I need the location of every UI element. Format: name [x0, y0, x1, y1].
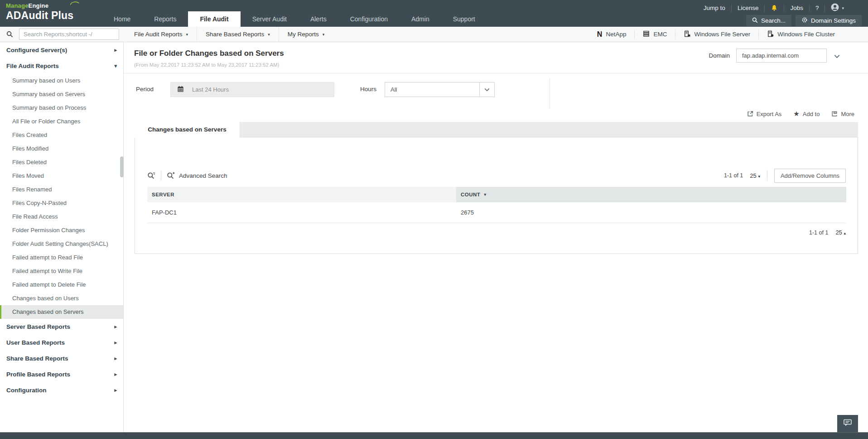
- netapp-link[interactable]: N NetApp: [589, 30, 635, 39]
- sidebar-item-files-copy-n-pasted[interactable]: Files Copy-N-Pasted: [0, 196, 123, 210]
- sidebar-item-failed-attempt-to-write-file[interactable]: Failed attempt to Write File: [0, 264, 123, 278]
- help-link[interactable]: ?: [810, 5, 825, 12]
- sidebar-item-configured-servers[interactable]: Configured Server(s) ▸: [0, 42, 123, 58]
- sidebar-item-label: Configured Server(s): [6, 47, 67, 54]
- menu-share-based-reports[interactable]: Share Based Reports ▾: [197, 27, 279, 42]
- period-label: Period: [136, 86, 154, 93]
- domain-settings-button[interactable]: Domain Settings: [796, 15, 862, 26]
- page-size-select[interactable]: 25 ▴: [835, 229, 846, 236]
- nav-tab-reports[interactable]: Reports: [142, 11, 188, 27]
- column-search-icon[interactable]: [147, 171, 155, 181]
- sidebar-item-changes-based-on-users[interactable]: Changes based on Users: [0, 292, 123, 305]
- search-reports-input[interactable]: [19, 29, 119, 40]
- sidebar-item-files-modified[interactable]: Files Modified: [0, 142, 123, 156]
- sidebar-item-summary-based-on-process[interactable]: Summary based on Process: [0, 101, 123, 115]
- nav-tab-alerts[interactable]: Alerts: [299, 11, 338, 27]
- domain-settings-label: Domain Settings: [811, 17, 856, 24]
- domain-chevron-down-icon[interactable]: [834, 51, 840, 60]
- sidebar-item-files-moved[interactable]: Files Moved: [0, 169, 123, 183]
- sidebar-item-folder-audit-setting-changes[interactable]: Folder Audit Setting Changes(SACL): [0, 237, 123, 251]
- export-as-button[interactable]: Export As: [747, 110, 782, 118]
- sidebar-item-files-created[interactable]: Files Created: [0, 128, 123, 142]
- search-reports-icon: [0, 29, 19, 39]
- windows-file-cluster-link[interactable]: Windows File Cluster: [758, 30, 843, 39]
- global-search-button[interactable]: Search...: [746, 15, 791, 26]
- period-field[interactable]: Last 24 Hours: [170, 82, 334, 97]
- filter-divider: [550, 78, 550, 109]
- export-icon: [747, 110, 753, 118]
- brand-part-engine: Engine: [29, 2, 49, 9]
- jump-to-link[interactable]: Jump to: [698, 5, 732, 12]
- sidebar-item-changes-based-on-servers[interactable]: Changes based on Servers: [0, 305, 123, 319]
- chevron-up-icon: ▴: [844, 231, 846, 235]
- page-size-select[interactable]: 25 ▾: [750, 172, 760, 179]
- domain-label: Domain: [709, 52, 730, 59]
- domain-select[interactable]: fap.adap.internal.com: [736, 49, 827, 63]
- sidebar-item-failed-attempt-to-read-file[interactable]: Failed attempt to Read File: [0, 251, 123, 264]
- sidebar-item-folder-permission-changes[interactable]: Folder Permission Changes: [0, 224, 123, 237]
- add-to-button[interactable]: ★ Add to: [793, 110, 820, 118]
- advanced-search-icon[interactable]: [167, 171, 175, 181]
- chevron-down-icon: ▾: [268, 32, 270, 37]
- sidebar-item-label: File Audit Reports: [6, 63, 59, 69]
- nav-tab-home[interactable]: Home: [102, 11, 142, 27]
- sidebar-item-label: Share Based Reports: [6, 355, 68, 362]
- nav-tab-support[interactable]: Support: [441, 11, 487, 27]
- sidebar-item-failed-attempt-to-delete-file[interactable]: Failed attempt to Delete File: [0, 278, 123, 292]
- notification-bell-icon[interactable]: [765, 5, 784, 12]
- add-to-label: Add to: [803, 111, 820, 117]
- export-as-label: Export As: [757, 111, 782, 117]
- menu-file-audit-reports[interactable]: File Audit Reports ▾: [125, 27, 197, 42]
- bottom-bar: [0, 432, 868, 439]
- menu-my-reports[interactable]: My Reports ▾: [279, 27, 333, 42]
- sidebar-collapse-handle[interactable]: [120, 156, 124, 177]
- windows-file-server-link[interactable]: Windows File Server: [675, 30, 758, 39]
- sidebar-item-files-renamed[interactable]: Files Renamed: [0, 183, 123, 196]
- sidebar-item-share-based-reports[interactable]: Share Based Reports ▸: [0, 351, 123, 366]
- chevron-down-icon: ▾: [323, 32, 325, 37]
- jobs-link[interactable]: Jobs: [784, 5, 810, 12]
- hours-value: All: [385, 86, 479, 93]
- toolbar-menus: File Audit Reports ▾ Share Based Reports…: [125, 27, 333, 42]
- pagination-range: 1-1 of 1: [724, 172, 743, 179]
- add-remove-columns-button[interactable]: Add/Remove Columns: [774, 169, 846, 183]
- user-menu[interactable]: ▾: [825, 5, 850, 12]
- server-type-label: NetApp: [606, 31, 626, 38]
- reports-toolbar: File Audit Reports ▾ Share Based Reports…: [0, 27, 868, 42]
- domain-value: fap.adap.internal.com: [742, 52, 799, 59]
- table-header-row: SERVER COUNT ▾: [147, 187, 846, 202]
- feedback-chat-button[interactable]: [837, 415, 858, 432]
- search-icon: [752, 17, 758, 24]
- page-title: File or Folder Changes based on Servers: [134, 49, 284, 58]
- nav-tab-admin[interactable]: Admin: [400, 11, 441, 27]
- nav-tab-configuration[interactable]: Configuration: [338, 11, 400, 27]
- sidebar-item-configuration[interactable]: Configuration ▸: [0, 382, 123, 398]
- result-panel: Advanced Search 1-1 of 1 25 ▾ Add/Remove…: [135, 137, 858, 254]
- advanced-search-link[interactable]: Advanced Search: [179, 172, 227, 179]
- reports-sidebar: Configured Server(s) ▸ File Audit Report…: [0, 42, 124, 432]
- sidebar-item-file-audit-reports[interactable]: File Audit Reports ▾: [0, 58, 123, 74]
- cell-count: 2675: [456, 209, 846, 216]
- sidebar-item-user-based-reports[interactable]: User Based Reports ▸: [0, 335, 123, 351]
- sidebar-item-files-deleted[interactable]: Files Deleted: [0, 156, 123, 169]
- sidebar-item-all-file-or-folder-changes[interactable]: All File or Folder Changes: [0, 115, 123, 128]
- tab-changes-based-on-servers[interactable]: Changes based on Servers: [135, 122, 240, 137]
- sidebar-item-profile-based-reports[interactable]: Profile Based Reports ▸: [0, 366, 123, 382]
- sidebar-item-file-read-access[interactable]: File Read Access: [0, 210, 123, 224]
- nav-tab-server-audit[interactable]: Server Audit: [241, 11, 299, 27]
- column-header-server[interactable]: SERVER: [147, 187, 456, 202]
- table-row[interactable]: FAP-DC1 2675: [147, 202, 846, 223]
- more-button[interactable]: More: [831, 110, 854, 118]
- hours-select[interactable]: All: [385, 82, 495, 97]
- column-header-count[interactable]: COUNT ▾: [456, 187, 846, 202]
- emc-link[interactable]: EMC: [634, 30, 675, 39]
- license-link[interactable]: License: [732, 5, 765, 12]
- sidebar-item-summary-based-on-users[interactable]: Summary based on Users: [0, 74, 123, 88]
- sidebar-item-summary-based-on-servers[interactable]: Summary based on Servers: [0, 88, 123, 101]
- nav-tab-file-audit[interactable]: File Audit: [188, 11, 240, 27]
- panel-toolbar-right: 1-1 of 1 25 ▾ Add/Remove Columns: [724, 169, 846, 183]
- sidebar-item-server-based-reports[interactable]: Server Based Reports ▸: [0, 319, 123, 335]
- file-server-icon: [684, 30, 690, 39]
- report-actions: Export As ★ Add to More: [124, 106, 868, 122]
- bottom-pagination: 1-1 of 1 25 ▴: [809, 229, 846, 236]
